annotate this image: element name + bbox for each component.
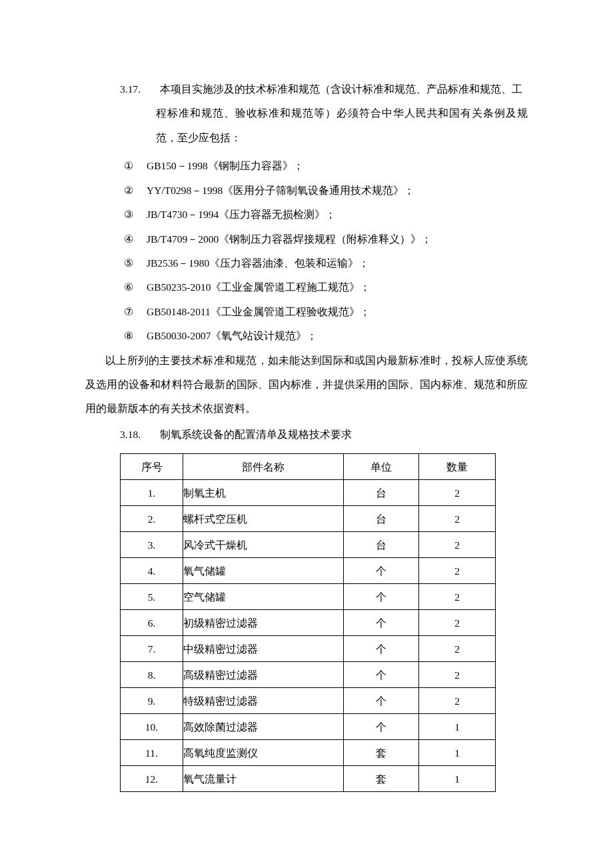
- section-3-18-heading: 3.18.制氧系统设备的配置清单及规格技术要求: [85, 423, 528, 447]
- col-header-unit: 单位: [344, 454, 419, 480]
- cell-unit: 套: [344, 740, 419, 766]
- item-marker: ①: [124, 154, 147, 178]
- table-row: 11.高氧纯度监测仪套1: [121, 740, 496, 766]
- cell-name: 氧气流量计: [183, 766, 344, 792]
- cell-unit: 个: [344, 558, 419, 584]
- item-marker: ③: [124, 203, 147, 227]
- cell-qty: 2: [419, 532, 496, 558]
- heading-line-2: 程标准和规范、验收标准和规范等）必须符合中华人民共和国有关条例及规范，至少应包括…: [85, 101, 528, 150]
- cell-name: 空气储罐: [183, 584, 344, 610]
- item-marker: ⑤: [124, 251, 147, 275]
- cell-qty: 1: [419, 766, 496, 792]
- cell-name: 螺杆式空压机: [183, 506, 344, 532]
- table-row: 6.初级精密过滤器个2: [121, 610, 496, 636]
- section-3-17-closing: 以上所列的主要技术标准和规范，如未能达到国际和或国内最新标准时，投标人应使系统及…: [85, 349, 528, 421]
- cell-name: 风冷式干燥机: [183, 532, 344, 558]
- cell-name: 特级精密过滤器: [183, 688, 344, 714]
- table-row: 7.中级精密过滤器个2: [121, 636, 496, 662]
- table-row: 5.空气储罐个2: [121, 584, 496, 610]
- cell-qty: 2: [419, 610, 496, 636]
- cell-unit: 台: [344, 532, 419, 558]
- cell-name: 氧气储罐: [183, 558, 344, 584]
- section-number: 3.18.: [120, 423, 160, 447]
- cell-index: 1.: [121, 480, 183, 506]
- cell-name: 初级精密过滤器: [183, 610, 344, 636]
- cell-qty: 1: [419, 740, 496, 766]
- cell-qty: 2: [419, 636, 496, 662]
- table-row: 10.高效除菌过滤器个1: [121, 714, 496, 740]
- standards-item: ⑥GB50235-2010《工业金属管道工程施工规范》；: [85, 275, 528, 299]
- item-text: JB/T4709－2000《钢制压力容器焊接规程（附标准释义）》；: [147, 233, 432, 245]
- cell-unit: 个: [344, 714, 419, 740]
- standards-list: ①GB150－1998《钢制压力容器》；②YY/T0298－1998《医用分子筛…: [85, 154, 528, 348]
- cell-index: 7.: [121, 636, 183, 662]
- cell-unit: 个: [344, 662, 419, 688]
- table-row: 12.氧气流量计套1: [121, 766, 496, 792]
- cell-index: 2.: [121, 506, 183, 532]
- cell-qty: 2: [419, 662, 496, 688]
- cell-qty: 2: [419, 584, 496, 610]
- cell-unit: 台: [344, 506, 419, 532]
- equipment-spec-table: 序号 部件名称 单位 数量 1.制氧主机台22.螺杆式空压机台23.风冷式干燥机…: [120, 453, 496, 792]
- table-row: 9.特级精密过滤器个2: [121, 688, 496, 714]
- standards-item: ④JB/T4709－2000《钢制压力容器焊接规程（附标准释义）》；: [85, 227, 528, 251]
- standards-item: ⑦GB50148-2011《工业金属管道工程验收规范》；: [85, 300, 528, 324]
- table-header-row: 序号 部件名称 单位 数量: [121, 454, 496, 480]
- item-text: GB50148-2011《工业金属管道工程验收规范》；: [147, 306, 370, 317]
- heading-line-1: 本项目实施涉及的技术标准和规范（含设计标准和规范、产品标准和规范、工: [160, 83, 522, 95]
- item-marker: ②: [124, 179, 147, 203]
- standards-item: ①GB150－1998《钢制压力容器》；: [85, 154, 528, 178]
- table-row: 8.高级精密过滤器个2: [121, 662, 496, 688]
- section-number: 3.17.: [120, 77, 160, 101]
- item-text: GB50235-2010《工业金属管道工程施工规范》；: [147, 281, 370, 293]
- cell-qty: 2: [419, 506, 496, 532]
- item-text: GB50030-2007《氧气站设计规范》；: [147, 330, 317, 341]
- cell-qty: 2: [419, 480, 496, 506]
- section-3-17-heading: 3.17.本项目实施涉及的技术标准和规范（含设计标准和规范、产品标准和规范、工 …: [85, 77, 528, 150]
- cell-index: 10.: [121, 714, 183, 740]
- col-header-index: 序号: [121, 454, 183, 480]
- cell-unit: 个: [344, 584, 419, 610]
- cell-name: 高氧纯度监测仪: [183, 740, 344, 766]
- table-row: 2.螺杆式空压机台2: [121, 506, 496, 532]
- cell-name: 高效除菌过滤器: [183, 714, 344, 740]
- cell-index: 4.: [121, 558, 183, 584]
- item-marker: ④: [124, 227, 147, 251]
- standards-item: ②YY/T0298－1998《医用分子筛制氧设备通用技术规范》；: [85, 179, 528, 203]
- cell-index: 12.: [121, 766, 183, 792]
- standards-item: ⑤JB2536－1980《压力容器油漆、包装和运输》；: [85, 251, 528, 275]
- cell-index: 8.: [121, 662, 183, 688]
- item-marker: ⑧: [124, 324, 147, 348]
- cell-index: 9.: [121, 688, 183, 714]
- document-page: 3.17.本项目实施涉及的技术标准和规范（含设计标准和规范、产品标准和规范、工 …: [0, 0, 613, 868]
- cell-name: 高级精密过滤器: [183, 662, 344, 688]
- cell-unit: 个: [344, 688, 419, 714]
- item-marker: ⑦: [124, 300, 147, 324]
- standards-item: ③JB/T4730－1994《压力容器无损检测》；: [85, 203, 528, 227]
- cell-index: 3.: [121, 532, 183, 558]
- item-text: JB2536－1980《压力容器油漆、包装和运输》；: [147, 257, 369, 269]
- col-header-qty: 数量: [419, 454, 496, 480]
- standards-item: ⑧GB50030-2007《氧气站设计规范》；: [85, 324, 528, 348]
- item-text: GB150－1998《钢制压力容器》；: [147, 160, 304, 171]
- cell-unit: 台: [344, 480, 419, 506]
- cell-index: 5.: [121, 584, 183, 610]
- section-3-18-title: 制氧系统设备的配置清单及规格技术要求: [160, 429, 352, 440]
- cell-qty: 2: [419, 688, 496, 714]
- cell-unit: 个: [344, 610, 419, 636]
- item-text: JB/T4730－1994《压力容器无损检测》；: [147, 209, 336, 220]
- item-marker: ⑥: [124, 275, 147, 299]
- item-text: YY/T0298－1998《医用分子筛制氧设备通用技术规范》；: [147, 185, 414, 196]
- table-row: 3.风冷式干燥机台2: [121, 532, 496, 558]
- table-row: 1.制氧主机台2: [121, 480, 496, 506]
- cell-index: 11.: [121, 740, 183, 766]
- cell-index: 6.: [121, 610, 183, 636]
- cell-name: 中级精密过滤器: [183, 636, 344, 662]
- section-3-17: 3.17.本项目实施涉及的技术标准和规范（含设计标准和规范、产品标准和规范、工 …: [85, 77, 528, 421]
- table-row: 4.氧气储罐个2: [121, 558, 496, 584]
- cell-name: 制氧主机: [183, 480, 344, 506]
- col-header-name: 部件名称: [183, 454, 344, 480]
- cell-unit: 个: [344, 636, 419, 662]
- cell-qty: 2: [419, 558, 496, 584]
- cell-unit: 套: [344, 766, 419, 792]
